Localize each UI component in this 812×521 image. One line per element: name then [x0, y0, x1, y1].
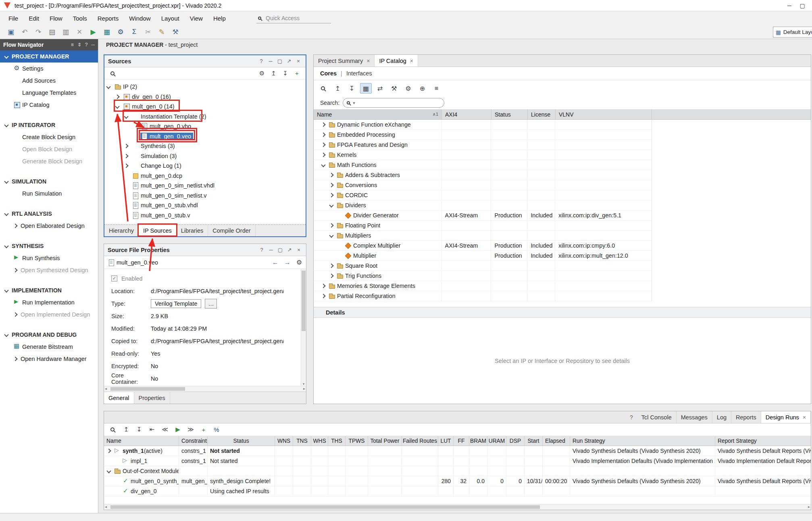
- column-header-license[interactable]: License: [528, 109, 556, 119]
- design-run-row[interactable]: synth_1 (active) constrs_1 Not started: [104, 446, 811, 456]
- flow-navigator-item[interactable]: Open Hardware Manager: [0, 353, 98, 365]
- design-run-row[interactable]: mult_gen_0_synth_1 mult_gen_0 synth_desi…: [104, 476, 811, 486]
- chevron-icon[interactable]: [106, 469, 111, 473]
- ip-catalog-row[interactable]: Embedded Processing: [314, 130, 652, 140]
- column-header[interactable]: URAM: [487, 436, 506, 446]
- source-tree-item[interactable]: Simulation (3): [104, 151, 306, 161]
- expand-all-icon[interactable]: ↧: [280, 68, 291, 79]
- horizontal-scrollbar[interactable]: ◂ ▸: [104, 386, 306, 392]
- subtab-interfaces[interactable]: Interfaces: [346, 70, 372, 77]
- enabled-checkbox[interactable]: ✓: [111, 275, 117, 281]
- document-tab[interactable]: IP Catalog ×: [375, 55, 418, 67]
- design-run-row[interactable]: impl_1 constrs_1 Not started: [104, 456, 811, 466]
- subtab-cores[interactable]: Cores: [320, 70, 337, 77]
- menu-item[interactable]: Help: [208, 11, 231, 25]
- ip-catalog-row[interactable]: Floating Point: [314, 221, 652, 231]
- horizontal-scrollbar[interactable]: ◂ ▸: [104, 504, 811, 510]
- flow-navigator-item[interactable]: Open Elaborated Design: [0, 220, 98, 232]
- column-header[interactable]: FF: [454, 436, 469, 446]
- flow-navigator-item[interactable]: PROJECT MANAGER: [0, 50, 98, 63]
- column-header-name[interactable]: Name ∧1: [314, 109, 442, 119]
- flow-navigator-item[interactable]: SIMULATION: [0, 175, 98, 188]
- chevron-icon[interactable]: [321, 163, 325, 167]
- source-tree-item[interactable]: mult_gen_0_stub.vhdl: [104, 200, 306, 210]
- scroll-left-icon[interactable]: ◂: [105, 504, 107, 509]
- flow-navigator-item[interactable]: RTL ANALYSIS: [0, 208, 98, 220]
- flow-navigator-item[interactable]: Create Block Design: [0, 131, 98, 143]
- search-icon[interactable]: [107, 424, 119, 435]
- flow-navigator-item[interactable]: IP Catalog: [0, 99, 98, 111]
- scrollbar-thumb[interactable]: [302, 271, 306, 331]
- ip-catalog-row[interactable]: Dynamic Function eXchange: [314, 120, 652, 130]
- add-sources-icon[interactable]: +: [291, 68, 302, 79]
- settings-gear-icon[interactable]: ⚙: [114, 27, 127, 37]
- maximize-panel-icon[interactable]: ▢: [277, 247, 284, 253]
- minimize-panel-icon[interactable]: ─: [267, 58, 274, 64]
- source-tree-item[interactable]: Change Log (1): [104, 161, 306, 171]
- customize-icon[interactable]: ⚒: [388, 83, 400, 94]
- source-tree-item[interactable]: mult_gen_0_sim_netlist.vhdl: [104, 181, 306, 191]
- close-tab-icon[interactable]: ×: [803, 414, 806, 421]
- tab[interactable]: Compile Order: [208, 225, 255, 236]
- refresh-repository-icon[interactable]: ⇄: [374, 83, 386, 94]
- column-header[interactable]: Start: [525, 436, 543, 446]
- help-icon[interactable]: ?: [258, 247, 265, 253]
- bottom-tab[interactable]: Tcl Console ×: [637, 411, 677, 423]
- menu-item[interactable]: Layout: [156, 11, 185, 25]
- column-header-vlnv[interactable]: VLNV: [556, 109, 652, 119]
- column-header[interactable]: Report Strategy: [715, 436, 811, 446]
- column-header[interactable]: TPWS: [346, 436, 368, 446]
- float-panel-icon[interactable]: ↗: [285, 58, 293, 64]
- search-icon[interactable]: [108, 68, 119, 79]
- stop-icon[interactable]: ■: [431, 83, 442, 94]
- chevron-icon[interactable]: [329, 173, 333, 177]
- flow-navigator-item[interactable]: Open Implemented Design: [0, 308, 98, 321]
- tools-icon[interactable]: ⚒: [169, 27, 182, 37]
- chevron-icon[interactable]: [329, 203, 333, 207]
- minimize-panel-icon[interactable]: ─: [267, 247, 275, 253]
- tab[interactable]: General: [104, 392, 134, 404]
- search-dropdown-icon[interactable]: ▾: [353, 100, 355, 106]
- menu-item[interactable]: Reports: [92, 11, 124, 25]
- chevron-icon[interactable]: [329, 193, 333, 197]
- flow-navigator-item[interactable]: IP INTEGRATOR: [0, 119, 98, 131]
- undo-icon[interactable]: ↶: [18, 27, 31, 37]
- chevron-icon[interactable]: [106, 85, 110, 89]
- quick-access-search[interactable]: Quick Access: [256, 13, 331, 23]
- ip-catalog-row[interactable]: Dividers: [314, 200, 652, 210]
- chevron-icon[interactable]: [124, 164, 128, 168]
- chevron-icon[interactable]: [124, 144, 128, 148]
- menu-item[interactable]: Flow: [44, 11, 68, 25]
- copy-icon[interactable]: ▥: [59, 27, 73, 37]
- source-tree-item[interactable]: mult_gen_0_sim_netlist.v: [104, 191, 306, 201]
- flow-navigator-item[interactable]: Run Simulation: [0, 188, 98, 200]
- column-header[interactable]: THS: [328, 436, 346, 446]
- schedule-icon[interactable]: ▦: [100, 27, 114, 37]
- collapse-all-icon[interactable]: ↥: [332, 83, 344, 94]
- collapse-all-icon[interactable]: ↥: [268, 68, 279, 79]
- dock-icon[interactable]: ≡: [71, 42, 74, 48]
- bottom-tab[interactable]: Messages ×: [677, 411, 712, 423]
- scroll-left-icon[interactable]: ◂: [105, 386, 107, 391]
- go-to-start-icon[interactable]: ⇤: [146, 424, 158, 435]
- minimize-icon[interactable]: ─: [91, 42, 95, 48]
- column-header[interactable]: WNS: [275, 436, 293, 446]
- source-tree-item[interactable]: Instantiation Template (2): [104, 112, 306, 122]
- chevron-icon[interactable]: [321, 142, 325, 147]
- edit-icon[interactable]: ✎: [155, 27, 169, 37]
- redo-icon[interactable]: ↷: [31, 27, 45, 37]
- step-forward-icon[interactable]: ≫: [185, 424, 197, 435]
- column-header[interactable]: Run Strategy: [570, 436, 715, 446]
- column-header-axi4[interactable]: AXI4: [442, 109, 491, 119]
- column-header-status[interactable]: Status: [491, 109, 528, 119]
- column-header[interactable]: Total Power: [368, 436, 402, 446]
- maximize-window-icon[interactable]: ▢: [797, 2, 808, 9]
- close-panel-icon[interactable]: ×: [295, 58, 302, 64]
- source-tree-item[interactable]: IP (2): [104, 82, 306, 92]
- source-tree-item[interactable]: mult_gen_0.dcp: [104, 171, 306, 181]
- ip-catalog-row[interactable]: Multipliers: [314, 231, 652, 241]
- column-header[interactable]: Elapsed: [543, 436, 570, 446]
- column-header[interactable]: Failed Routes: [402, 436, 438, 446]
- menu-item[interactable]: View: [185, 11, 208, 25]
- flow-navigator-item[interactable]: Language Templates: [0, 87, 98, 99]
